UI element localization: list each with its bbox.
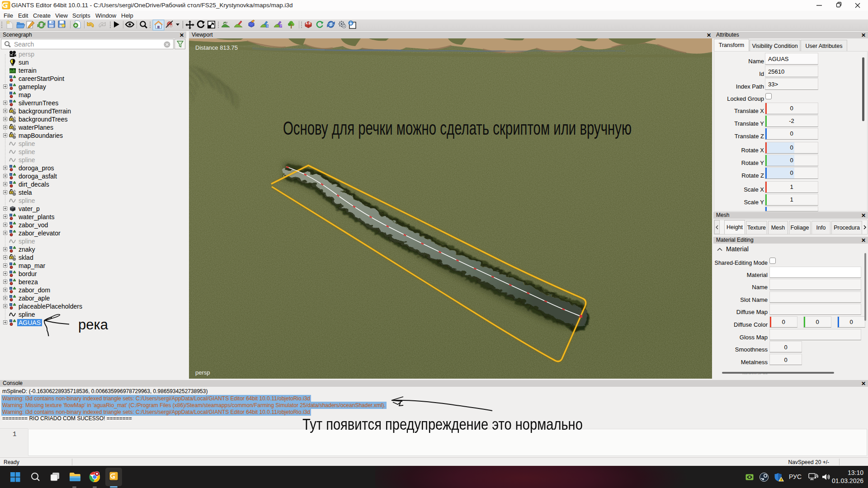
svg-text:persp: persp [195, 369, 210, 376]
svg-text:Основу для речки можно сделать: Основу для речки можно сделать скриптом … [283, 117, 632, 139]
svg-text:A: A [306, 22, 308, 25]
svg-text:F: F [280, 24, 282, 28]
svg-text:B: B [309, 22, 311, 25]
svg-text:6: 6 [267, 24, 269, 28]
svg-text:Distance 813.75: Distance 813.75 [195, 44, 238, 51]
